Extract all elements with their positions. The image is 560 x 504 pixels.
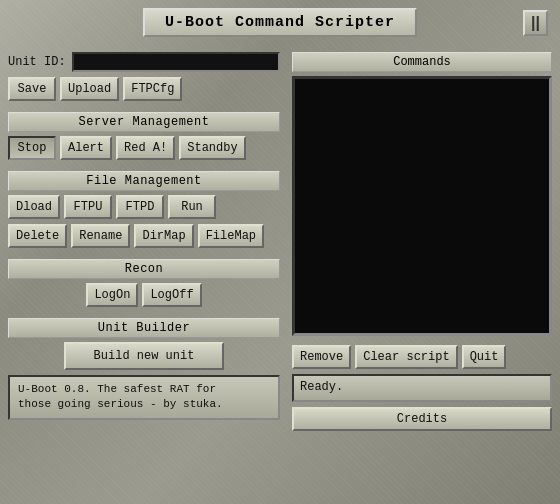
- status-text: Ready.: [292, 374, 552, 402]
- server-management-label: Server Management: [8, 112, 280, 132]
- logon-button[interactable]: LogOn: [86, 283, 138, 307]
- stop-button[interactable]: Stop: [8, 136, 56, 160]
- pause-button[interactable]: ||: [523, 10, 548, 36]
- unit-id-input[interactable]: [72, 52, 280, 72]
- remove-button[interactable]: Remove: [292, 345, 351, 369]
- app-title: U-Boot Command Scripter: [143, 8, 417, 37]
- filemap-button[interactable]: FileMap: [198, 224, 264, 248]
- red-alert-button[interactable]: Red A!: [116, 136, 175, 160]
- commands-textarea[interactable]: [292, 76, 552, 336]
- ftpcfg-button[interactable]: FTPCfg: [123, 77, 182, 101]
- unit-id-label: Unit ID:: [8, 55, 66, 69]
- info-text: U-Boot 0.8. The safest RAT for those goi…: [8, 375, 280, 420]
- run-button[interactable]: Run: [168, 195, 216, 219]
- dirmap-button[interactable]: DirMap: [134, 224, 193, 248]
- alert-button[interactable]: Alert: [60, 136, 112, 160]
- file-management-label: File Management: [8, 171, 280, 191]
- build-new-unit-button[interactable]: Build new unit: [64, 342, 224, 370]
- clear-script-button[interactable]: Clear script: [355, 345, 457, 369]
- dload-button[interactable]: Dload: [8, 195, 60, 219]
- quit-button[interactable]: Quit: [462, 345, 507, 369]
- ftpu-button[interactable]: FTPU: [64, 195, 112, 219]
- upload-button[interactable]: Upload: [60, 77, 119, 101]
- logoff-button[interactable]: LogOff: [142, 283, 201, 307]
- unit-builder-label: Unit Builder: [8, 318, 280, 338]
- rename-button[interactable]: Rename: [71, 224, 130, 248]
- commands-label: Commands: [292, 52, 552, 72]
- credits-button[interactable]: Credits: [292, 407, 552, 431]
- recon-label: Recon: [8, 259, 280, 279]
- ftpd-button[interactable]: FTPD: [116, 195, 164, 219]
- standby-button[interactable]: Standby: [179, 136, 245, 160]
- save-button[interactable]: Save: [8, 77, 56, 101]
- delete-button[interactable]: Delete: [8, 224, 67, 248]
